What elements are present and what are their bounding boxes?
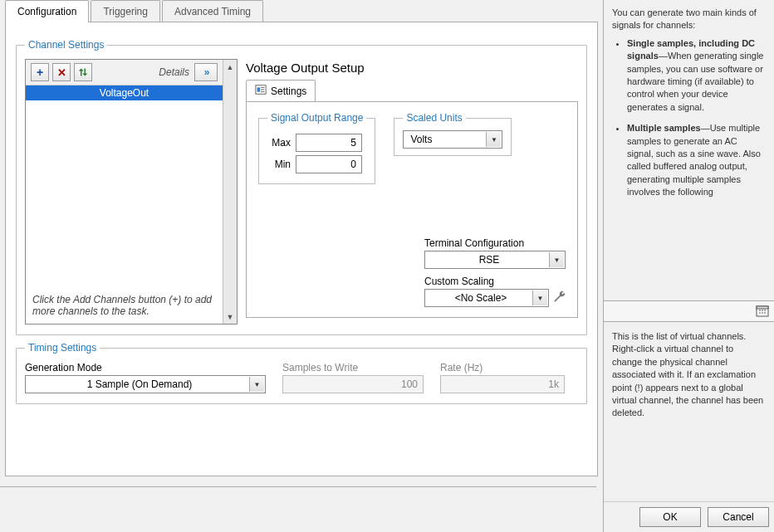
help-bullet-multiple: Multiple samples—Use multiple samples to… [627,122,766,198]
custom-scaling-value: <No Scale> [455,292,507,304]
timing-settings-group: Timing Settings Generation Mode 1 Sample… [16,342,587,404]
wrench-icon[interactable] [552,290,567,307]
rate-input [440,375,565,393]
custom-scaling-combo[interactable]: <No Scale> ▼ [424,289,549,307]
help-toolbar [604,300,774,322]
samples-to-write-label: Samples to Write [282,362,424,373]
scaled-units-combo[interactable]: Volts ▼ [403,130,502,149]
add-channel-button[interactable]: + [31,63,49,81]
cancel-button[interactable]: Cancel [708,507,769,527]
scaled-units-group: Scaled Units Volts ▼ [394,112,512,156]
reorder-channel-button[interactable] [74,63,92,81]
help-intro: You can generate two main kinds of signa… [612,7,766,32]
scroll-up-icon[interactable]: ▲ [223,60,237,74]
scaled-units-value: Volts [410,134,432,145]
subtab-settings-label: Settings [271,85,306,97]
setup-title: Voltage Output Setup [246,61,578,75]
generation-mode-combo[interactable]: 1 Sample (On Demand) ▼ [25,375,266,393]
signal-output-range-group: Signal Output Range Max Min [258,112,375,184]
samples-to-write-input [282,375,424,393]
channel-list: + ✕ Details » VoltageOut Click the Add [25,59,238,325]
ok-button[interactable]: OK [639,507,701,527]
max-label: Max [267,137,291,149]
scaled-units-legend: Scaled Units [403,112,465,124]
channel-settings-group: Channel Settings + ✕ [16,39,587,335]
details-label: Details [96,66,191,78]
calendar-icon[interactable] [756,304,769,320]
channel-toolbar: + ✕ Details » [26,60,223,85]
min-input[interactable] [296,155,362,173]
terminal-config-combo[interactable]: RSE ▼ [424,251,566,269]
generation-mode-label: Generation Mode [25,362,266,373]
chevron-down-icon: ▼ [486,132,501,147]
expand-details-button[interactable]: » [194,63,218,81]
settings-body: Signal Output Range Max Min [246,102,578,318]
max-input[interactable] [296,134,362,152]
channel-list-scrollbar[interactable]: ▲ ▼ [223,60,237,324]
remove-channel-button[interactable]: ✕ [52,63,71,81]
channel-item-voltageout[interactable]: VoltageOut [26,85,223,100]
help-pane-top: You can generate two main kinds of signa… [604,0,774,300]
terminal-config-value: RSE [479,254,500,266]
settings-icon [255,84,267,98]
svg-rect-3 [757,306,768,309]
tab-triggering[interactable]: Triggering [91,0,160,22]
subtab-settings[interactable]: Settings [246,80,316,101]
chevron-down-icon: ▼ [249,377,264,392]
tab-configuration[interactable]: Configuration [5,0,89,22]
tab-panel-configuration: Channel Settings + ✕ [5,22,598,476]
help-context: This is the list of virtual channels. Ri… [604,322,774,501]
rate-label: Rate (Hz) [440,362,565,373]
channel-hint: Click the Add Channels button (+) to add… [26,287,223,324]
help-bullet-single: Single samples, including DC signals—Whe… [627,37,766,114]
signal-output-range-legend: Signal Output Range [267,112,366,124]
timing-settings-legend: Timing Settings [25,342,100,354]
custom-scaling-label: Custom Scaling [424,276,567,287]
terminal-config-label: Terminal Configuration [424,237,567,249]
channel-settings-legend: Channel Settings [25,39,107,51]
generation-mode-value: 1 Sample (On Demand) [87,378,193,390]
scroll-down-icon[interactable]: ▼ [223,310,237,324]
tab-advanced-timing[interactable]: Advanced Timing [162,0,263,22]
chevron-down-icon: ▼ [532,290,547,305]
chevron-down-icon: ▼ [549,252,564,267]
min-label: Min [267,159,291,170]
svg-rect-1 [257,87,261,91]
